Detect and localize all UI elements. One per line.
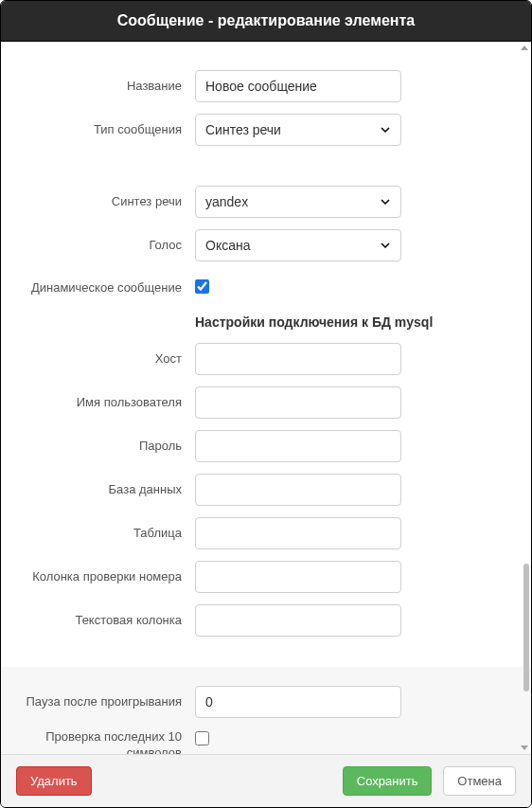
dynamic-checkbox[interactable] [195, 279, 209, 294]
label-tts: Синтез речи [20, 194, 195, 210]
label-check-last-10: Проверка последних 10 символов [20, 729, 195, 754]
cancel-button[interactable]: Отмена [443, 766, 516, 796]
label-name: Название [20, 79, 195, 95]
label-password: Пароль [20, 439, 195, 455]
section-general: Название Тип сообщения Синтез речи [1, 42, 531, 176]
label-text-column: Текстовая колонка [20, 613, 195, 629]
password-input[interactable] [195, 430, 401, 462]
table-input[interactable] [195, 517, 401, 549]
label-dynamic: Динамическое сообщение [20, 280, 195, 296]
number-check-column-input[interactable] [195, 561, 401, 593]
check-last-10-checkbox[interactable] [195, 731, 209, 745]
label-database: База данных [20, 482, 195, 498]
voice-select[interactable]: Оксана [195, 229, 401, 261]
scroll-up-icon[interactable] [521, 45, 528, 50]
label-username: Имя пользователя [20, 395, 195, 411]
modal-footer: Удалить Сохранить Отмена [1, 754, 531, 807]
section-tts: Синтез речи yandex Голос Оксана Динамиче… [1, 176, 531, 667]
label-number-check-column: Колонка проверки номера [20, 569, 195, 585]
label-voice: Голос [20, 238, 195, 254]
modal-dialog: Сообщение - редактирование элемента Назв… [0, 0, 532, 808]
scroll-down-icon[interactable] [521, 745, 528, 750]
text-column-input[interactable] [195, 604, 401, 637]
name-input[interactable] [195, 70, 401, 102]
host-input[interactable] [195, 343, 401, 375]
message-type-select[interactable]: Синтез речи [195, 114, 401, 146]
modal-title: Сообщение - редактирование элемента [1, 1, 531, 42]
modal-body: Название Тип сообщения Синтез речи Синте… [1, 42, 531, 754]
label-host: Хост [20, 351, 195, 368]
delete-button[interactable]: Удалить [16, 766, 92, 796]
section-playback: Пауза после проигрывания Проверка послед… [1, 667, 531, 754]
db-settings-heading: Настройки подключения к БД mysql [195, 314, 512, 330]
label-table: Таблица [20, 526, 195, 542]
username-input[interactable] [195, 386, 401, 419]
label-message-type: Тип сообщения [20, 122, 195, 138]
save-button[interactable]: Сохранить [343, 766, 433, 796]
tts-select[interactable]: yandex [195, 186, 401, 218]
label-pause-after: Пауза после проигрывания [20, 694, 195, 710]
database-input[interactable] [195, 474, 401, 506]
pause-after-input[interactable] [195, 686, 401, 718]
scrollbar-thumb[interactable] [523, 564, 529, 691]
